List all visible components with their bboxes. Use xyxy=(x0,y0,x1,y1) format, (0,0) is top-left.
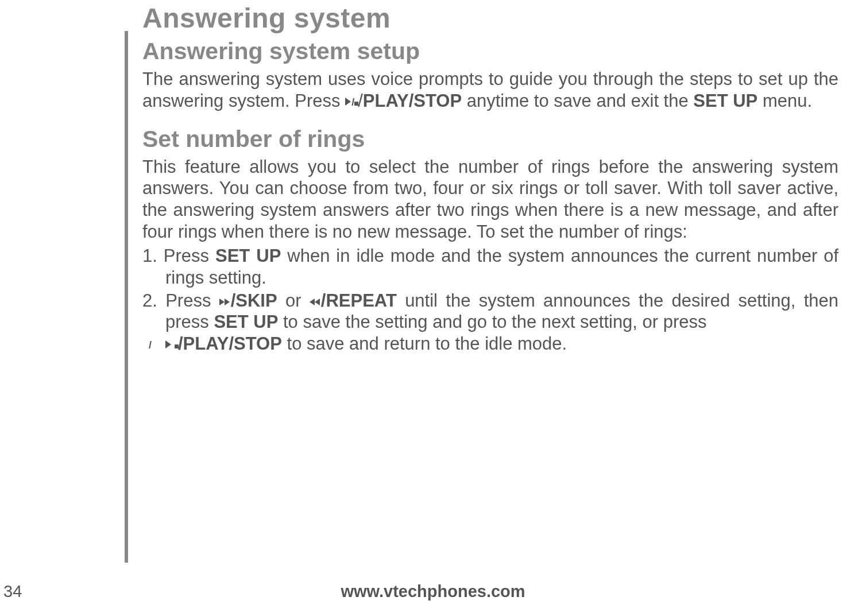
step2-text-a: Press xyxy=(165,290,219,311)
section-title-rings: Set number of rings xyxy=(142,126,838,153)
step1-number: 1. xyxy=(142,246,164,266)
vertical-rule xyxy=(125,31,128,563)
step-1: 1. Press SET UP when in idle mode and th… xyxy=(142,245,838,289)
section-title-setup: Answering system setup xyxy=(142,38,838,65)
footer-url: www.vtechphones.com xyxy=(0,582,866,601)
setup-paragraph: The answering system uses voice prompts … xyxy=(142,68,838,112)
play-stop-icon-2: / xyxy=(165,339,178,350)
rings-paragraph: This feature allows you to select the nu… xyxy=(142,156,838,243)
play-stop-label-2: /PLAY/STOP xyxy=(178,334,282,354)
page-number: 34 xyxy=(3,582,22,601)
setup-text-f: menu. xyxy=(757,91,812,111)
step2-text-g: to save the setting and go to the next s… xyxy=(278,312,706,332)
chapter-title: Answering system xyxy=(142,2,391,34)
step2-text-c: or xyxy=(277,290,310,311)
skip-label: /SKIP xyxy=(231,290,277,311)
repeat-rewind-icon xyxy=(310,297,321,307)
setup-button-label-2: SET UP xyxy=(214,312,278,332)
play-stop-label: PLAY/STOP xyxy=(363,91,462,111)
steps-list: 1. Press SET UP when in idle mode and th… xyxy=(142,245,838,355)
setup-label: SET UP xyxy=(693,91,757,111)
play-stop-icon: / xyxy=(345,96,358,107)
setup-button-label: SET UP xyxy=(215,246,281,266)
repeat-label: /REPEAT xyxy=(321,290,397,311)
step2-number: 2. xyxy=(142,290,165,311)
setup-text-d: anytime to save and exit the xyxy=(462,91,693,111)
step1-text-a: Press xyxy=(164,246,215,266)
setup-text-b: / xyxy=(358,91,363,111)
step2-text-i: to save and return to the idle mode. xyxy=(282,334,567,354)
step-2: 2. Press /SKIP or /REPEAT until the syst… xyxy=(142,290,838,355)
skip-forward-icon xyxy=(219,297,231,307)
content-area: Answering system setup The answering sys… xyxy=(142,38,838,356)
